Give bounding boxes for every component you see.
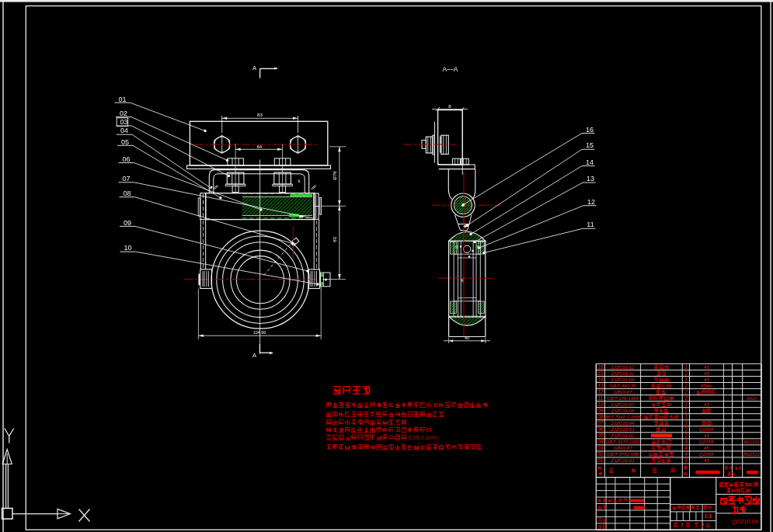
svg-text:1: 1	[684, 433, 688, 438]
svg-text:1:1: 1:1	[705, 513, 712, 519]
svg-text:2: 2	[684, 370, 688, 376]
svg-text:A: A	[252, 352, 256, 359]
svg-text:ZJZC01-09: ZJZC01-09	[610, 377, 635, 382]
svg-text:45: 45	[704, 371, 709, 376]
svg-text:02: 02	[597, 451, 604, 457]
svg-text:JB/T 7940.1-1995: JB/T 7940.1-1995	[604, 415, 642, 419]
svg-text:2: 2	[684, 383, 688, 388]
svg-text:ZJZC01-02: ZJZC01-02	[610, 433, 635, 438]
svg-text:GB/T 276-1994: GB/T 276-1994	[607, 396, 639, 401]
svg-text:GB93-87: GB93-87	[613, 390, 632, 395]
svg-text:M12X22: M12X22	[743, 452, 761, 457]
svg-text:03: 03	[120, 118, 127, 126]
svg-text:05: 05	[597, 433, 604, 438]
svg-text:7: 7	[702, 523, 705, 528]
svg-text:GB93-87: GB93-87	[613, 446, 632, 450]
svg-text:45: 45	[704, 446, 709, 450]
svg-text:07: 07	[122, 175, 130, 183]
svg-text:A: A	[252, 64, 256, 71]
svg-text:1: 1	[684, 457, 688, 463]
svg-text:16: 16	[597, 364, 604, 370]
svg-text:1: 1	[684, 402, 688, 407]
svg-text:03: 03	[597, 445, 604, 450]
svg-text:104.96: 104.96	[253, 330, 266, 335]
svg-text:01: 01	[118, 96, 126, 103]
svg-text:45: 45	[704, 377, 709, 382]
svg-text:45: 45	[704, 402, 709, 407]
svg-text:04: 04	[597, 439, 604, 444]
svg-text:GB/T 6170 2000: GB/T 6170 2000	[605, 440, 640, 444]
svg-text:Q235A: Q235A	[699, 452, 714, 457]
svg-text:4: 4	[684, 439, 688, 444]
svg-text:07: 07	[597, 420, 604, 426]
svg-text:2: 2	[684, 389, 688, 395]
svg-text:80: 80	[333, 236, 337, 242]
svg-text:15: 15	[586, 141, 594, 149]
svg-text:09: 09	[597, 408, 604, 413]
svg-text:4: 4	[684, 451, 688, 457]
svg-text:45: 45	[704, 365, 709, 370]
svg-text:45: 45	[704, 433, 709, 438]
svg-text:1: 1	[684, 395, 688, 401]
svg-text:Ø78: Ø78	[333, 171, 337, 180]
svg-text:11: 11	[597, 395, 603, 401]
svg-text:10: 10	[597, 402, 604, 407]
svg-text:64: 64	[256, 144, 262, 149]
svg-text:M12x22: M12x22	[744, 440, 761, 444]
svg-text:0.05-0.1mm;: 0.05-0.1mm;	[409, 434, 440, 441]
svg-text:ZJZC01-07: ZJZC01-07	[610, 402, 635, 407]
svg-text:ZJZC01-03: ZJZC01-03	[610, 427, 635, 432]
svg-text:QDZ10-04: QDZ10-04	[732, 518, 758, 525]
svg-text:b: b	[298, 179, 300, 183]
svg-text:ZJZC01-12: ZJZC01-12	[610, 365, 635, 370]
svg-text:10: 10	[124, 244, 131, 252]
svg-text:40: 40	[465, 336, 469, 340]
svg-text:1: 1	[684, 414, 688, 419]
svg-text:Q235A: Q235A	[699, 427, 714, 432]
svg-text:08: 08	[597, 414, 604, 419]
svg-text:04: 04	[120, 127, 128, 134]
svg-text:16: 16	[586, 126, 594, 134]
svg-text:14: 14	[586, 158, 594, 166]
svg-text:02: 02	[120, 110, 127, 117]
svg-text:13: 13	[587, 175, 594, 183]
svg-text:83: 83	[257, 112, 263, 117]
svg-text:1: 1	[684, 364, 688, 370]
svg-text:14: 14	[597, 377, 604, 382]
svg-text:ZJZC01-04: ZJZC01-04	[610, 421, 635, 426]
svg-text:7: 7	[681, 523, 684, 528]
svg-text:65Mn: 65Mn	[701, 384, 713, 388]
svg-text:13: 13	[597, 383, 604, 388]
svg-text:09: 09	[124, 219, 131, 227]
svg-text:06: 06	[122, 155, 130, 163]
svg-text:ZJZC01-11: ZJZC01-11	[611, 371, 635, 376]
svg-text:4: 4	[684, 445, 688, 450]
svg-text:11: 11	[587, 221, 594, 228]
svg-text:45: 45	[704, 458, 709, 463]
svg-text:1: 1	[684, 426, 688, 432]
svg-text:ZJZC01-06: ZJZC01-06	[610, 409, 635, 413]
svg-text:GB/T 893 35: GB/T 893 35	[609, 384, 636, 388]
svg-text:06: 06	[597, 426, 604, 432]
svg-text:08: 08	[123, 190, 131, 197]
svg-text:A—A: A—A	[443, 65, 458, 73]
svg-text:6010: 6010	[747, 396, 757, 401]
svg-text:1: 1	[684, 377, 688, 382]
svg-text:Q235A: Q235A	[699, 440, 714, 444]
svg-text:12: 12	[597, 389, 604, 395]
svg-text:2: 2	[684, 408, 688, 413]
svg-text:ZJZC01-01: ZJZC01-01	[610, 458, 634, 463]
svg-text:15: 15	[597, 370, 604, 376]
svg-text:01: 01	[597, 457, 604, 463]
svg-text:12: 12	[587, 198, 595, 206]
svg-text:GB/T 5782 X86: GB/T 5782 X86	[607, 452, 639, 457]
svg-text:1: 1	[684, 420, 688, 426]
svg-text:05: 05	[121, 138, 129, 146]
